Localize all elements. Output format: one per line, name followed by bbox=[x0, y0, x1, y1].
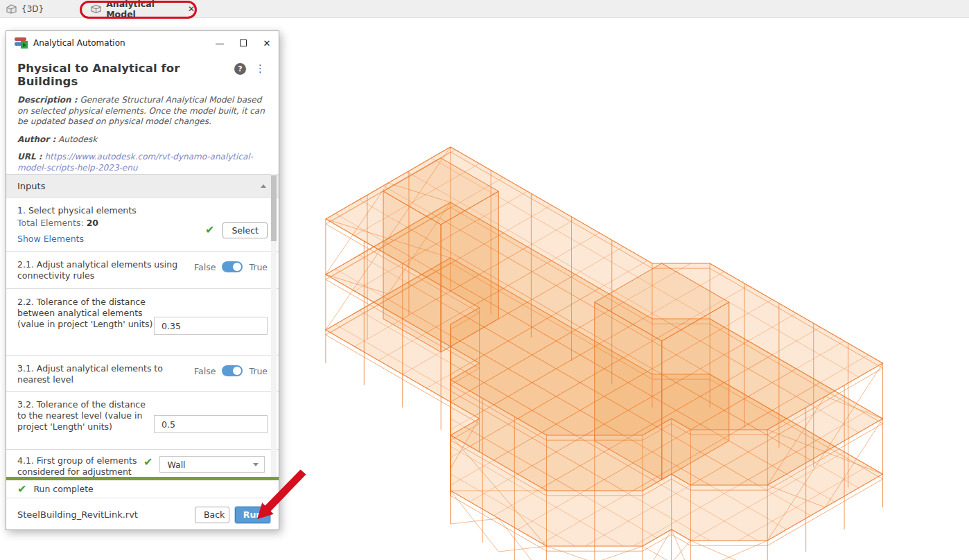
description-label: Description : bbox=[17, 95, 78, 105]
view-tab-bar: {3D} Analytical Model ✕ bbox=[0, 0, 969, 18]
maximize-icon bbox=[240, 40, 247, 46]
author-label: Author : bbox=[17, 134, 55, 144]
distance-tolerance-label: 2.2. Tolerance of the distance between a… bbox=[17, 297, 154, 355]
script-author: Author : Autodesk bbox=[17, 134, 268, 146]
nearest-level-label: 3.1. Adjust analytical elements to neare… bbox=[17, 363, 194, 385]
collapse-caret-icon[interactable] bbox=[261, 184, 266, 188]
total-elements-label: Total Elements: bbox=[17, 218, 87, 228]
minimize-button[interactable]: — bbox=[208, 33, 232, 53]
home-view-label: {3D} bbox=[21, 4, 44, 14]
dialog-title: Analytical Automation bbox=[33, 38, 208, 48]
check-icon: ✔ bbox=[143, 457, 152, 477]
home-icon bbox=[6, 3, 17, 14]
chevron-down-icon bbox=[253, 463, 259, 466]
author-text: Autodesk bbox=[55, 134, 97, 144]
input-section-select-elements: 1. Select physical elements Total Elemen… bbox=[6, 198, 279, 252]
script-url: URL : https://www.autodesk.com/rvt-dynam… bbox=[17, 152, 268, 173]
run-status-bar: ✔ Run complete bbox=[6, 480, 279, 498]
inputs-scroll-area: Inputs 1. Select physical elements Total… bbox=[6, 174, 279, 477]
level-tolerance-input[interactable] bbox=[154, 415, 268, 433]
dialog-titlebar[interactable]: Analytical Automation — ✕ bbox=[6, 31, 279, 55]
annotation-tab-highlight bbox=[80, 1, 197, 19]
dialog-footer: SteelBuilding_RevitLink.rvt Back Run bbox=[6, 498, 279, 531]
script-header: Physical to Analytical for Buildings ? ⋮… bbox=[6, 55, 279, 174]
check-icon: ✔ bbox=[205, 225, 214, 236]
input-section-level-tolerance: 3.2. Tolerance of the distance to the ne… bbox=[6, 392, 279, 450]
dynamo-player-icon bbox=[15, 37, 28, 49]
inputs-header-label: Inputs bbox=[17, 181, 261, 191]
first-group-label: 4.1. First group of elements considered … bbox=[17, 455, 141, 477]
back-button[interactable]: Back bbox=[195, 507, 229, 523]
input-section-connectivity-rules: 2.1. Adjust analytical elements using co… bbox=[6, 252, 279, 289]
run-button[interactable]: Run bbox=[235, 507, 270, 523]
script-title: Physical to Analytical for Buildings bbox=[17, 62, 234, 88]
distance-tolerance-input[interactable] bbox=[154, 317, 268, 335]
maximize-button[interactable] bbox=[232, 33, 255, 53]
connectivity-label: 2.1. Adjust analytical elements using co… bbox=[17, 259, 194, 281]
input-section-nearest-level: 3.1. Adjust analytical elements to neare… bbox=[6, 356, 279, 392]
toggle-false-label: False bbox=[194, 366, 216, 376]
input-section-distance-tolerance: 2.2. Tolerance of the distance between a… bbox=[6, 289, 279, 356]
total-elements: Total Elements: 20 bbox=[17, 218, 205, 228]
select-elements-label: 1. Select physical elements bbox=[17, 205, 205, 216]
status-message: Run complete bbox=[33, 484, 93, 494]
toggle-true-label: True bbox=[249, 366, 268, 376]
toggle-false-label: False bbox=[194, 262, 216, 272]
level-tolerance-label: 3.2. Tolerance of the distance to the ne… bbox=[17, 399, 154, 449]
toggle-true-label: True bbox=[249, 262, 268, 272]
first-group-value: Wall bbox=[167, 460, 253, 470]
url-link[interactable]: https://www.autodesk.com/rvt-dynamo-anal… bbox=[17, 152, 253, 173]
url-label: URL : bbox=[17, 152, 42, 161]
input-section-first-group: 4.1. First group of elements considered … bbox=[6, 450, 279, 477]
script-description: Description : Generate Structural Analyt… bbox=[17, 95, 268, 128]
inputs-section-header[interactable]: Inputs bbox=[6, 174, 279, 198]
scrollbar-track[interactable] bbox=[271, 174, 277, 477]
toggle-knob bbox=[233, 367, 241, 375]
analytical-automation-dialog: Analytical Automation — ✕ Physical to An… bbox=[6, 30, 279, 530]
home-view-tab[interactable]: {3D} bbox=[0, 0, 52, 17]
first-group-dropdown[interactable]: Wall bbox=[159, 456, 265, 473]
help-icon[interactable]: ? bbox=[234, 63, 246, 75]
status-check-icon: ✔ bbox=[17, 484, 26, 495]
show-elements-link[interactable]: Show Elements bbox=[17, 234, 84, 244]
total-elements-value: 20 bbox=[87, 218, 98, 228]
kebab-menu-icon[interactable]: ⋮ bbox=[253, 63, 268, 75]
close-button[interactable]: ✕ bbox=[255, 33, 279, 53]
linked-file-name: SteelBuilding_RevitLink.rvt bbox=[17, 509, 195, 520]
select-button[interactable]: Select bbox=[222, 222, 268, 238]
connectivity-toggle[interactable] bbox=[222, 261, 243, 272]
toggle-knob bbox=[233, 263, 241, 271]
scrollbar-thumb[interactable] bbox=[271, 175, 277, 241]
nearest-level-toggle[interactable] bbox=[222, 365, 243, 376]
